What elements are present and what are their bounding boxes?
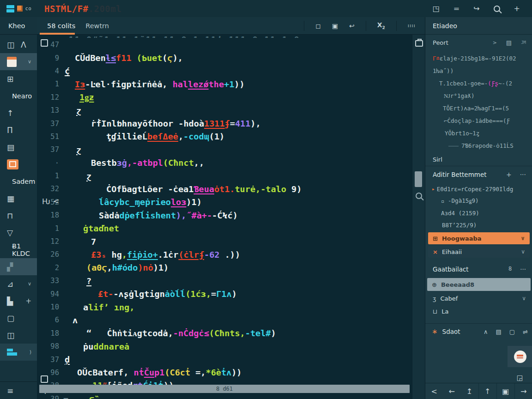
sidebar-item[interactable]: ▙+: [0, 292, 37, 309]
sidebar-item[interactable]: ▦: [0, 190, 37, 207]
tree-line[interactable]: Γ≐εlaje-21Sbg18=-91E2(02: [433, 52, 532, 65]
code-line[interactable]: 18“ Ċhṅtiᴀgtcodȧ,-nĊdgċ≤(Cħnts,-tel#): [37, 327, 412, 340]
cabef-row[interactable]: ʒ Cabef ∨: [425, 292, 532, 305]
sidebar-item[interactable]: ⊿∨: [0, 275, 37, 292]
add-icon[interactable]: +: [506, 171, 512, 178]
code-line[interactable]: 94£t--ʌʂġlgtignȧòĺĺ(1ćɜ,=Γ1ʌ): [37, 287, 412, 300]
code-line[interactable]: 10alifʼ ıng,: [37, 301, 412, 314]
minimap-search-icon[interactable]: [416, 193, 422, 199]
tab-colits[interactable]: 58 colits: [47, 22, 75, 30]
code-editor[interactable]: ᵻ11 8#ñ1 11 1ñ11 11 8 1 11ʼ 111 8 11 1 8…: [37, 35, 425, 399]
eihaaii-row[interactable]: × Eihaaii ∨: [428, 246, 530, 258]
box-icon[interactable]: ▣: [496, 383, 514, 399]
code-line[interactable]: ·Bestbɜġ,-atbpl(Cħnct,,: [37, 157, 412, 169]
code-line[interactable]: 51ƫɠillieĹbeſΔeė,-codɰ(1): [37, 130, 412, 143]
copy-icon[interactable]: ▣: [332, 22, 338, 30]
arrow-up-icon[interactable]: ↑: [478, 383, 496, 399]
chevron-down-icon[interactable]: ∨: [522, 295, 526, 302]
tree-line[interactable]: Ǌr°1gaƛ): [433, 90, 532, 102]
aditir-item[interactable]: B8Tʼ225/9): [425, 219, 532, 231]
code-line[interactable]: 37ḑ: [37, 353, 412, 366]
code-line[interactable]: 13ɀ: [37, 104, 412, 117]
sidebar-item[interactable]: ▤: [0, 139, 37, 156]
code-line[interactable]: 98ṗuddnareȧ: [37, 340, 412, 353]
list-icon[interactable]: ▤: [506, 39, 512, 46]
upload-icon[interactable]: ↥: [460, 383, 478, 399]
code-line[interactable]: 18Sàdȧdṗefĺishent),˝#à+--ĆϞć): [37, 209, 412, 222]
code-line[interactable]: 37ṙḟInlƅhnayṓthoor -hdoà1311ʄ=411),: [37, 117, 412, 130]
chevron-down-icon[interactable]: ∨: [521, 248, 525, 255]
breakpoint-box-icon[interactable]: [41, 39, 48, 47]
expand-arrow-icon[interactable]: ▸: [432, 186, 435, 192]
code-line[interactable]: 47: [37, 38, 412, 51]
lines-icon[interactable]: =: [453, 4, 459, 13]
aditir-item[interactable]: ▸E0d1rε=rCopeɛ-2790Ildg: [425, 183, 532, 195]
case-icon[interactable]: [415, 40, 423, 47]
more-icon[interactable]: ıııı: [408, 23, 416, 28]
horizontal-scrollbar[interactable]: 8 d61: [39, 385, 410, 393]
sidebar-item[interactable]: ▞: [0, 258, 37, 275]
branch-icon[interactable]: ◲: [517, 374, 523, 382]
block-circle-button[interactable]: [514, 351, 526, 363]
sidebar-item[interactable]: ◫: [0, 326, 37, 344]
sidebar-item[interactable]: ↑: [0, 104, 37, 121]
hoogwaaba-row[interactable]: ⊞ Hoogwaaba ∨: [428, 232, 530, 244]
tree-line[interactable]: TǑErt)ʌa=2ƕagΓ1==(5: [433, 102, 532, 115]
code-line[interactable]: 1ɀ: [37, 169, 412, 182]
sidebar-item-window[interactable]: ∨: [0, 53, 37, 70]
file-icon[interactable]: ◻: [315, 22, 321, 30]
undo-icon[interactable]: ↩: [349, 22, 355, 30]
code-line[interactable]: 39⌐ ϛ‶: [37, 393, 412, 399]
tree-line[interactable]: T.1cbeo1-goe=-(Ƒʂ~-(2: [433, 77, 532, 90]
code-line[interactable]: 9CǓdBenƚ≤f11 (Ƅuet(ϛ),: [37, 51, 412, 64]
aditir-item[interactable]: Aɜd4 (2159): [425, 207, 532, 219]
tree-line[interactable]: 1ƕa˝)): [433, 65, 532, 77]
search-icon[interactable]: [494, 6, 500, 12]
window-icon[interactable]: ▢: [509, 328, 515, 335]
peort-code-tree[interactable]: Γ≐εlaje-21Sbg18=-91E2(021ƕa˝))T.1cbeo1-g…: [425, 50, 532, 153]
add-icon[interactable]: +: [25, 297, 31, 305]
bottom-box-icon[interactable]: [41, 375, 48, 383]
tree-line[interactable]: YǑbrt1o~1ȥ: [433, 127, 532, 139]
sidebar-item[interactable]: ⊞: [0, 70, 37, 87]
aditir-item[interactable]: ▫ -Dgà15ǥ9): [425, 195, 532, 207]
chevron-right-icon[interactable]: >: [493, 40, 497, 46]
caret-up-icon[interactable]: ∧: [484, 328, 488, 335]
tree-line[interactable]: ⌐Ċdoçlap-1ȧdbe===(Ƒ: [433, 115, 532, 127]
code-line[interactable]: 127: [37, 235, 412, 248]
code-line[interactable]: 96OǓcBaterf, nṫČup1(C6cṫ =,*6èṫʌ)): [37, 366, 412, 379]
code-line[interactable]: 1ġtaďnet: [37, 222, 412, 235]
user-icon[interactable]: Λ: [21, 40, 26, 49]
code-line[interactable]: 6ʌ: [37, 314, 412, 326]
chevron-down-icon[interactable]: ∨: [520, 235, 525, 242]
sidebar-item[interactable]: ◫Λ: [0, 36, 37, 53]
code-line[interactable]: 4ḉ: [37, 65, 412, 78]
beeeaad8-row[interactable]: ⊕ Beeeaad8: [427, 278, 531, 291]
code-line[interactable]: 32ĊOfḃagtLȏer -ċea1Ɓeuaȯt1.turė,-talo 9): [37, 182, 412, 195]
layout-icon[interactable]: ◳: [433, 4, 440, 13]
chevron-left-icon[interactable]: <: [425, 383, 443, 399]
windows-icon[interactable]: ◫: [7, 40, 14, 49]
tab-rewtrn[interactable]: Rewtrn: [85, 22, 109, 30]
compare-icon[interactable]: X2: [377, 21, 385, 30]
code-line[interactable]: 2(a0ϛ,h#ódo)nȯ)1): [37, 261, 412, 274]
jump-icon[interactable]: ↪: [473, 4, 479, 13]
change-marker-icon[interactable]: Ƕ: [42, 197, 50, 206]
chevron-down-icon[interactable]: ∨: [28, 281, 31, 287]
sidebar-item[interactable]: ▽: [0, 224, 37, 241]
add-icon[interactable]: +: [514, 4, 520, 13]
list-icon[interactable]: ▤: [496, 328, 502, 335]
chevron-down-icon[interactable]: ∨: [28, 59, 31, 65]
sidebar-item[interactable]: ▢: [0, 309, 37, 326]
code-line[interactable]: 52ĺâcybc_ɱeṗrieoloɜ)1): [37, 196, 412, 209]
code-line[interactable]: 37ɀ: [37, 143, 412, 156]
code-line[interactable]: 1Iɜ-Ŀel·figptirṅėȧ, hallezǿthe+1)): [37, 78, 412, 91]
sidebar-item[interactable]: Π: [0, 121, 37, 139]
la-row[interactable]: ⊔ La: [425, 305, 532, 318]
swap-icon[interactable]: ⇌: [523, 328, 528, 335]
more-icon[interactable]: ···: [520, 266, 526, 273]
arrow-right-icon[interactable]: →: [514, 383, 532, 399]
sidebar-item-active[interactable]: [0, 156, 37, 173]
tree-line[interactable]: 7Ɓ6rəpodɐ-ȯ11ĹS: [433, 139, 532, 152]
sidebar-item-cyan[interactable]: ): [0, 344, 37, 361]
